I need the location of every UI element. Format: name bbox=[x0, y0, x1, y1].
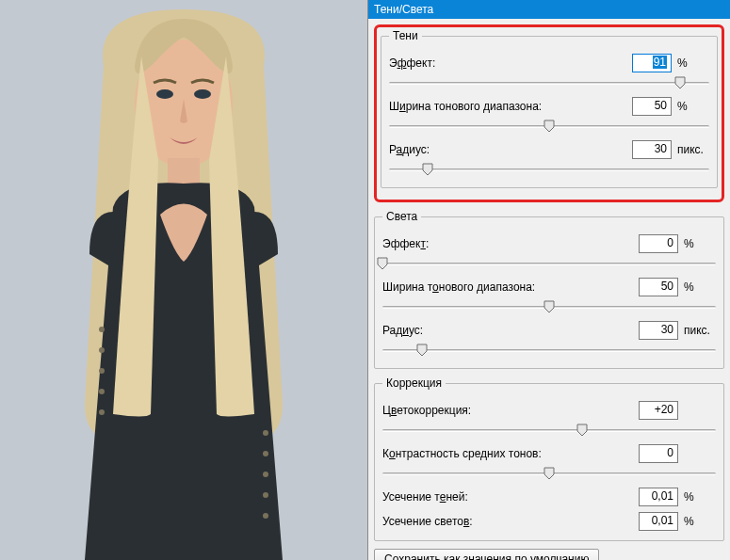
clip-shadows-unit: % bbox=[684, 490, 716, 504]
highlights-legend: Света bbox=[382, 210, 421, 223]
shadows-highlights-dialog: Тени/Света Тени Эффект: 91 % Ширина тоно… bbox=[367, 0, 730, 560]
midtone-contrast-input[interactable]: 0 bbox=[639, 444, 678, 463]
slider-thumb-icon[interactable] bbox=[377, 257, 388, 269]
svg-point-3 bbox=[194, 89, 211, 99]
clip-highlights-label: Усечение светов: bbox=[382, 515, 639, 528]
highlights-radius-label: Радиус: bbox=[382, 324, 639, 337]
svg-point-2 bbox=[156, 89, 173, 99]
highlights-tonal-label: Ширина тонового диапазона: bbox=[382, 280, 639, 294]
slider-thumb-icon[interactable] bbox=[422, 163, 433, 175]
shadows-legend: Тени bbox=[389, 29, 422, 42]
midtone-contrast-label: Контрастность средних тонов: bbox=[382, 447, 639, 460]
highlights-amount-slider[interactable] bbox=[382, 255, 716, 272]
highlights-radius-input[interactable]: 30 bbox=[639, 321, 678, 340]
color-correction-input[interactable]: +20 bbox=[639, 401, 678, 420]
slider-thumb-icon[interactable] bbox=[543, 120, 555, 132]
clip-highlights-input[interactable]: 0,01 bbox=[639, 512, 678, 531]
svg-point-14 bbox=[263, 513, 268, 519]
shadows-tonal-unit: % bbox=[677, 100, 709, 113]
clip-highlights-unit: % bbox=[684, 515, 716, 528]
shadows-tonal-label: Ширина тонового диапазона: bbox=[389, 100, 632, 113]
midtone-contrast-slider[interactable] bbox=[382, 465, 716, 482]
dialog-title: Тени/Света bbox=[368, 0, 730, 19]
highlights-amount-unit: % bbox=[684, 237, 716, 250]
shadows-highlight-outline: Тени Эффект: 91 % Ширина тонового диапаз… bbox=[374, 24, 724, 202]
highlights-radius-unit: пикс. bbox=[684, 324, 716, 337]
highlights-tonal-input[interactable]: 50 bbox=[639, 278, 678, 296]
slider-thumb-icon[interactable] bbox=[543, 300, 555, 312]
slider-thumb-icon[interactable] bbox=[543, 467, 555, 479]
svg-point-9 bbox=[99, 409, 105, 415]
svg-point-7 bbox=[99, 368, 105, 374]
svg-point-13 bbox=[263, 492, 268, 498]
shadows-radius-input[interactable]: 30 bbox=[632, 140, 672, 159]
shadows-tonal-slider[interactable] bbox=[389, 118, 709, 135]
shadows-amount-slider[interactable] bbox=[389, 74, 709, 91]
slider-thumb-icon[interactable] bbox=[416, 344, 428, 356]
highlights-amount-input[interactable]: 0 bbox=[639, 234, 678, 253]
clip-shadows-input[interactable]: 0,01 bbox=[639, 488, 678, 506]
highlights-tonal-slider[interactable] bbox=[382, 298, 716, 315]
shadows-radius-label: Радиус: bbox=[389, 143, 632, 156]
canvas-preview bbox=[0, 0, 367, 560]
slider-thumb-icon[interactable] bbox=[576, 424, 588, 436]
shadows-amount-label: Эффект: bbox=[389, 56, 632, 70]
shadows-group: Тени Эффект: 91 % Ширина тонового диапаз… bbox=[381, 29, 718, 188]
shadows-tonal-input[interactable]: 50 bbox=[632, 97, 672, 116]
highlights-radius-slider[interactable] bbox=[382, 342, 716, 359]
shadows-amount-input[interactable]: 91 bbox=[632, 54, 672, 72]
adjustments-group: Коррекция Цветокоррекция: +20 Контрастно… bbox=[374, 376, 724, 541]
shadows-radius-unit: пикс. bbox=[677, 143, 709, 156]
highlights-amount-label: Эффект: bbox=[382, 237, 639, 250]
slider-thumb-icon[interactable] bbox=[674, 76, 686, 88]
shadows-amount-unit: % bbox=[677, 56, 709, 70]
svg-point-12 bbox=[263, 472, 268, 477]
shadows-radius-slider[interactable] bbox=[389, 161, 709, 178]
highlights-tonal-unit: % bbox=[684, 280, 716, 294]
svg-point-8 bbox=[99, 389, 105, 394]
color-correction-label: Цветокоррекция: bbox=[382, 404, 639, 417]
svg-point-6 bbox=[99, 347, 105, 353]
clip-shadows-label: Усечение теней: bbox=[382, 490, 639, 504]
save-defaults-button[interactable]: Сохранить как значения по умолчанию bbox=[374, 549, 599, 560]
svg-point-11 bbox=[263, 451, 268, 456]
svg-point-10 bbox=[263, 430, 268, 436]
svg-point-5 bbox=[99, 327, 105, 332]
color-correction-slider[interactable] bbox=[382, 422, 716, 439]
adjustments-legend: Коррекция bbox=[382, 376, 446, 390]
highlights-group: Света Эффект: 0 % Ширина тонового диапаз… bbox=[374, 210, 724, 369]
